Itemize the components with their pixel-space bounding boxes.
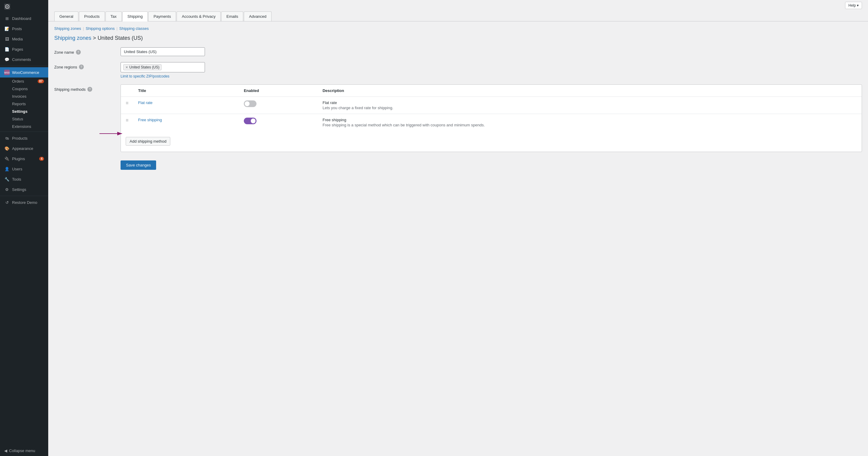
col-title: Title — [133, 85, 239, 97]
sidebar-item-label: Posts — [12, 27, 22, 31]
settings-icon: ⚙ — [4, 187, 10, 192]
sidebar-item-label: Users — [12, 167, 22, 171]
subnav-shipping-options[interactable]: Shipping options — [86, 26, 115, 31]
sidebar-item-dashboard[interactable]: ⊞ Dashboard — [0, 13, 48, 24]
zone-name-help-icon[interactable]: ? — [76, 50, 81, 55]
collapse-menu[interactable]: ◀ Collapse menu — [0, 446, 48, 456]
collapse-label: Collapse menu — [9, 449, 35, 453]
methods-table-header-row: Title Enabled Description — [121, 85, 862, 97]
sidebar-subitem-reports[interactable]: Reports — [0, 100, 48, 108]
free-shipping-desc: Free shipping — [322, 118, 857, 122]
drag-handle-flat-rate[interactable]: ≡ — [126, 101, 128, 106]
sidebar-item-label: Appearance — [12, 146, 33, 151]
title-cell-flat-rate: Flat rate — [133, 97, 239, 114]
sidebar-item-plugins[interactable]: 🔌 Plugins 4 — [0, 153, 48, 164]
free-shipping-slider — [244, 118, 256, 124]
flat-rate-link[interactable]: Flat rate — [138, 101, 153, 105]
sidebar-subitem-invoices[interactable]: Invoices — [0, 93, 48, 100]
sidebar-item-label: Media — [12, 37, 23, 41]
drag-cell-flat-rate: ≡ — [121, 97, 133, 114]
reports-label: Reports — [12, 102, 26, 106]
sidebar-item-woocommerce[interactable]: woo WooCommerce — [0, 67, 48, 78]
products-icon: 🛍 — [4, 135, 10, 141]
region-tag: ✕ United States (US) — [123, 64, 161, 70]
sidebar-item-label: Plugins — [12, 156, 25, 161]
col-description: Description — [318, 85, 862, 97]
subnav-shipping-classes[interactable]: Shipping classes — [119, 26, 149, 31]
zone-regions-help-icon[interactable]: ? — [79, 64, 84, 69]
zone-regions-row: Zone regions ? ✕ United States (US) Limi… — [54, 62, 862, 78]
sidebar-item-label: Dashboard — [12, 16, 31, 21]
collapse-arrow-icon: ◀ — [4, 449, 7, 453]
sub-navigation: Shipping zones | Shipping options | Ship… — [54, 26, 862, 31]
sidebar-item-posts[interactable]: 📝 Posts — [0, 24, 48, 34]
status-label: Status — [12, 117, 23, 121]
tab-tax[interactable]: Tax — [105, 11, 122, 21]
dashboard-icon: ⊞ — [4, 16, 10, 21]
save-changes-button[interactable]: Save changes — [121, 161, 156, 170]
tab-shipping[interactable]: Shipping — [122, 11, 148, 21]
sidebar-item-label: Comments — [12, 57, 31, 62]
shipping-methods-help-icon[interactable]: ? — [87, 87, 92, 92]
help-button[interactable]: Help ▾ — [845, 2, 862, 9]
tab-general[interactable]: General — [54, 11, 79, 21]
sidebar-subitem-extensions[interactable]: Extensions — [0, 123, 48, 130]
sidebar-item-appearance[interactable]: 🎨 Appearance — [0, 143, 48, 153]
shipping-methods-field: Title Enabled Description ≡ — [121, 84, 862, 152]
sidebar-item-users[interactable]: 👤 Users — [0, 164, 48, 174]
sep-1: | — [83, 26, 84, 31]
tab-payments[interactable]: Payments — [148, 11, 176, 21]
limit-link: Limit to specific ZIP/postcodes — [121, 74, 862, 78]
tools-icon: 🔧 — [4, 176, 10, 182]
sidebar-subitem-coupons[interactable]: Coupons — [0, 85, 48, 93]
tab-advanced[interactable]: Advanced — [244, 11, 272, 21]
limit-postcodes-link[interactable]: Limit to specific ZIP/postcodes — [121, 74, 169, 78]
sidebar-logo: W — [0, 0, 48, 13]
zone-regions-label: Zone regions ? — [54, 62, 121, 69]
sidebar-subitem-settings[interactable]: Settings — [0, 108, 48, 115]
sidebar-item-media[interactable]: 🖼 Media — [0, 34, 48, 44]
flat-rate-toggle[interactable] — [244, 101, 256, 107]
sidebar-subitem-status[interactable]: Status — [0, 115, 48, 123]
sidebar-item-comments[interactable]: 💬 Comments — [0, 54, 48, 64]
breadcrumb: Shipping zones > United States (US) — [54, 35, 862, 41]
sidebar-item-products[interactable]: 🛍 Products — [0, 133, 48, 143]
tab-products[interactable]: Products — [79, 11, 104, 21]
zone-regions-input[interactable]: ✕ United States (US) — [121, 62, 205, 73]
tag-remove-icon[interactable]: ✕ — [125, 65, 128, 69]
settings-label: Settings — [12, 109, 27, 114]
users-icon: 👤 — [4, 166, 10, 172]
sidebar-item-restore-demo[interactable]: ↺ Restore Demo — [0, 197, 48, 207]
methods-table: Title Enabled Description ≡ — [121, 85, 862, 131]
col-enabled: Enabled — [239, 85, 318, 97]
flat-rate-slider — [244, 101, 256, 107]
free-shipping-link[interactable]: Free shipping — [138, 118, 162, 122]
sidebar-item-label: WooCommerce — [12, 70, 39, 75]
subnav-shipping-zones[interactable]: Shipping zones — [54, 26, 81, 31]
sidebar-subitem-orders[interactable]: Orders 87 — [0, 78, 48, 85]
tab-accounts-privacy[interactable]: Accounts & Privacy — [177, 11, 221, 21]
sidebar-item-tools[interactable]: 🔧 Tools — [0, 174, 48, 184]
page-header: Help ▾ — [48, 0, 868, 9]
appearance-icon: 🎨 — [4, 146, 10, 151]
plugins-icon: 🔌 — [4, 156, 10, 161]
breadcrumb-separator: > — [93, 35, 98, 41]
sidebar-item-label: Tools — [12, 177, 21, 181]
add-shipping-method-button[interactable]: Add shipping method — [126, 137, 170, 146]
sidebar-item-pages[interactable]: 📄 Pages — [0, 44, 48, 54]
media-icon: 🖼 — [4, 36, 10, 41]
free-shipping-toggle[interactable] — [244, 118, 256, 124]
sidebar-item-label: Settings — [12, 187, 26, 192]
sidebar-item-settings[interactable]: ⚙ Settings — [0, 184, 48, 195]
zone-name-input[interactable] — [121, 47, 205, 56]
breadcrumb-parent[interactable]: Shipping zones — [54, 35, 91, 41]
drag-handle-free-shipping[interactable]: ≡ — [126, 118, 128, 123]
plugins-badge: 4 — [39, 157, 44, 161]
zone-name-row: Zone name ? — [54, 47, 862, 56]
posts-icon: 📝 — [4, 26, 10, 31]
tab-emails[interactable]: Emails — [221, 11, 243, 21]
flat-rate-desc: Flat rate — [322, 101, 857, 105]
wp-logo-icon: W — [4, 4, 10, 10]
flat-rate-desc-sub: Lets you charge a fixed rate for shippin… — [322, 106, 857, 110]
zone-regions-field: ✕ United States (US) Limit to specific Z… — [121, 62, 862, 78]
